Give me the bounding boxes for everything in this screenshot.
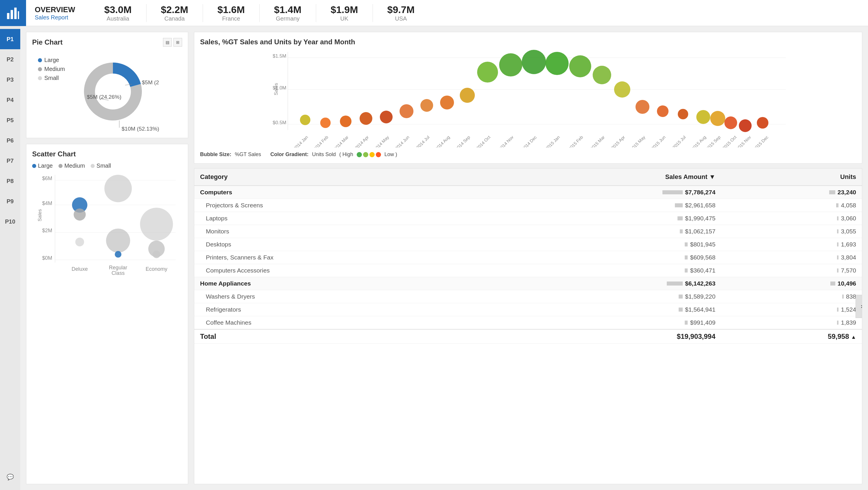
sidebar-item-p6[interactable]: P6 — [0, 130, 20, 151]
svg-point-60 — [696, 110, 710, 124]
svg-text:$2M: $2M — [42, 227, 53, 234]
table-row: Laptops $1,990,475 3,060 — [194, 212, 862, 225]
app-title: OVERVIEW Sales Report — [26, 5, 90, 21]
header-metric-canada: $2.2MCanada — [147, 4, 203, 22]
svg-point-28 — [106, 228, 130, 252]
svg-text:Regular: Regular — [109, 265, 127, 271]
scatter-svg: $6M $4M $2M $0M Sales Deluxe Regular Cla… — [32, 172, 182, 276]
svg-point-52 — [522, 50, 546, 74]
header-metric-germany: $1.4MGermany — [260, 4, 316, 22]
svg-point-56 — [614, 81, 630, 98]
metric-country: UK — [331, 16, 358, 22]
svg-text:2014 Mar: 2014 Mar — [333, 135, 349, 147]
pie-icon-2[interactable]: ⊞ — [174, 38, 182, 47]
table-scroll-area[interactable]: Category Sales Amount ▼ Units Comput — [194, 169, 862, 484]
sidebar-chat[interactable]: 💬 — [0, 467, 20, 487]
pie-icon-1[interactable]: ▤ — [163, 38, 172, 47]
cell-units: 3,804 — [721, 251, 862, 264]
svg-point-58 — [657, 105, 669, 117]
sales-bar — [685, 255, 688, 259]
scatter-legend-large: Large — [32, 162, 53, 169]
svg-text:$1.5M: $1.5M — [273, 53, 286, 59]
svg-point-57 — [636, 100, 649, 114]
pie-chart-icons: ▤ ⊞ — [163, 38, 182, 47]
cell-sales: $1,564,941 — [494, 303, 721, 316]
svg-point-26 — [75, 238, 84, 246]
scroll-right-button[interactable]: › — [856, 295, 862, 318]
color-gradient-metric: Units Sold — [312, 151, 336, 157]
svg-text:2015 Aug: 2015 Aug — [690, 135, 707, 147]
svg-text:Deluxe: Deluxe — [71, 266, 88, 272]
cell-units: 23,240 — [721, 186, 862, 199]
svg-text:2014 Sep: 2014 Sep — [454, 135, 471, 147]
metric-country: France — [217, 16, 245, 22]
svg-rect-3 — [18, 11, 19, 19]
col-units[interactable]: Units — [721, 169, 862, 186]
bubble-size-label: Bubble Size: — [200, 151, 231, 157]
svg-text:2015 Sep: 2015 Sep — [705, 135, 721, 147]
app-icon — [6, 6, 20, 20]
sales-bar — [675, 203, 683, 207]
svg-point-50 — [477, 62, 498, 83]
scatter-legend-small: Small — [91, 162, 111, 169]
table-header: Category Sales Amount ▼ Units — [194, 169, 862, 186]
svg-point-25 — [73, 209, 86, 221]
svg-text:2014 Feb: 2014 Feb — [313, 135, 329, 147]
cell-category: Washers & Dryers — [194, 290, 494, 303]
cell-units: 1,693 — [721, 238, 862, 251]
sidebar-item-p5[interactable]: P5 — [0, 110, 20, 130]
scatter-chart-header: Scatter Chart — [32, 150, 182, 158]
svg-rect-2 — [14, 7, 17, 19]
sidebar-item-p1[interactable]: P1 — [0, 29, 20, 49]
svg-point-59 — [678, 109, 688, 119]
legend-dot — [59, 164, 63, 168]
table-row: Refrigerators $1,564,941 1,524 — [194, 303, 862, 316]
sidebar-item-p9[interactable]: P9 — [0, 191, 20, 211]
svg-text:2015 Oct: 2015 Oct — [721, 134, 738, 147]
svg-text:$10M (52.13%): $10M (52.13%) — [122, 126, 159, 132]
svg-text:2015 May: 2015 May — [629, 134, 646, 147]
pie-chart-card: Pie Chart ▤ ⊞ LargeMediumSmall — [26, 32, 188, 138]
svg-point-41 — [300, 115, 310, 125]
total-row: Total $19,903,994 59,958 ▲ — [194, 329, 862, 344]
svg-text:$6M: $6M — [42, 176, 53, 181]
sidebar-item-p3[interactable]: P3 — [0, 69, 20, 90]
sales-bar — [685, 242, 688, 246]
cell-units: 1,524 — [721, 303, 862, 316]
svg-text:2014 Jul: 2014 Jul — [415, 135, 431, 147]
sidebar-item-p7[interactable]: P7 — [0, 151, 20, 171]
table-row: Coffee Machines $991,409 1,839 — [194, 316, 862, 330]
pie-legend-item-large: Large — [38, 57, 65, 63]
col-category[interactable]: Category — [194, 169, 494, 186]
units-bar — [842, 295, 844, 299]
svg-text:2014 Apr: 2014 Apr — [354, 135, 369, 147]
gradient-dot-3 — [369, 152, 375, 157]
sidebar-item-p10[interactable]: P10 — [0, 211, 20, 232]
svg-point-55 — [593, 66, 611, 84]
header: OVERVIEW Sales Report $3.0MAustralia$2.2… — [0, 0, 868, 26]
legend-dot — [38, 67, 42, 71]
table-row: Computers Accessories $360,471 7,570 — [194, 264, 862, 277]
units-bar — [837, 229, 838, 234]
units-bar — [837, 320, 838, 325]
svg-point-27 — [104, 175, 132, 202]
metric-amount: $1.9M — [331, 4, 358, 16]
cell-sales: $609,568 — [494, 251, 721, 264]
svg-text:2014 Jun: 2014 Jun — [394, 135, 410, 147]
sidebar-item-p4[interactable]: P4 — [0, 90, 20, 110]
units-bar — [837, 255, 838, 259]
cell-category: Desktops — [194, 238, 494, 251]
bubble-legend: Bubble Size: %GT Sales Color Gradient: U… — [200, 151, 856, 157]
svg-text:$4M: $4M — [42, 201, 53, 206]
main-content: Pie Chart ▤ ⊞ LargeMediumSmall — [20, 26, 868, 490]
svg-point-30 — [140, 208, 173, 241]
sidebar-item-p2[interactable]: P2 — [0, 49, 20, 69]
svg-text:2015 Jul: 2015 Jul — [672, 135, 687, 147]
col-sales[interactable]: Sales Amount ▼ — [494, 169, 721, 186]
cell-sales: $1,589,220 — [494, 290, 721, 303]
sidebar-item-p8[interactable]: P8 — [0, 171, 20, 191]
svg-text:Sales: Sales — [273, 83, 279, 95]
cell-units: 7,570 — [721, 264, 862, 277]
svg-point-43 — [340, 116, 351, 127]
svg-point-29 — [115, 251, 122, 258]
